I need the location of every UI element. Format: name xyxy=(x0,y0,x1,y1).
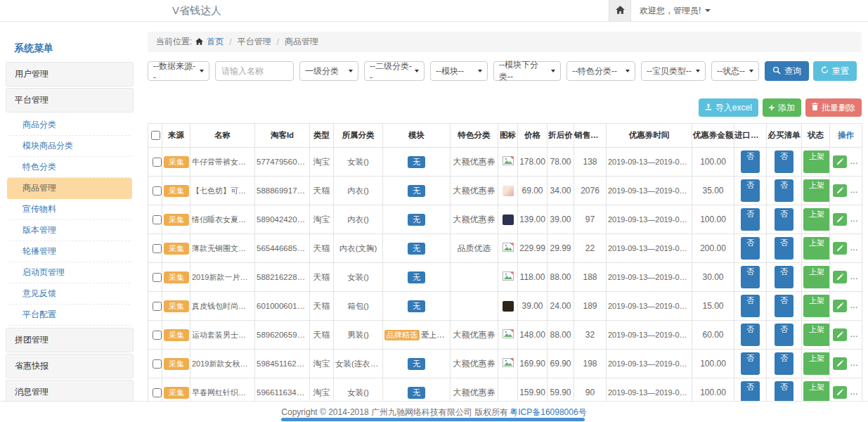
import-excel-button[interactable]: 导入excel xyxy=(699,98,758,117)
table-row: 采集真皮钱包时尚优雅女士...601000601341天猫箱包()无39.002… xyxy=(148,292,862,321)
cell-import_select: 否 xyxy=(734,148,767,177)
home-button[interactable] xyxy=(609,0,631,21)
import-select-toggle[interactable]: 否 xyxy=(741,295,760,317)
row-checkbox[interactable] xyxy=(153,158,162,167)
sidebar-subitem-active[interactable]: 商品管理 xyxy=(7,178,132,199)
cell-coupon_amount: 35.00 xyxy=(692,177,734,205)
sidebar-item[interactable]: 消息管理 xyxy=(6,380,134,401)
row-checkbox[interactable] xyxy=(153,359,162,369)
filter-select[interactable]: --数据来源-- xyxy=(148,61,209,81)
status-badge[interactable]: 上架 xyxy=(803,208,830,231)
sidebar-item[interactable]: 用户管理 xyxy=(6,62,134,87)
sidebar-subitem[interactable]: 启动页管理 xyxy=(7,262,132,283)
filter-select[interactable]: 一级分类 xyxy=(299,61,358,81)
reset-button[interactable]: 重置 xyxy=(813,61,857,81)
name-search-input[interactable] xyxy=(215,61,294,81)
status-badge[interactable]: 上架 xyxy=(803,151,830,173)
edit-button[interactable] xyxy=(833,357,847,370)
import-select-toggle[interactable]: 否 xyxy=(741,324,760,346)
cell-discount_price: 88.00 xyxy=(548,321,574,350)
must-buy-toggle[interactable]: 否 xyxy=(775,179,793,202)
icp-link[interactable]: 粤ICP备16098006号 xyxy=(510,407,586,418)
must-buy-toggle[interactable]: 否 xyxy=(775,295,793,317)
import-select-toggle[interactable]: 否 xyxy=(741,151,760,173)
sidebar-item[interactable]: 平台管理 xyxy=(6,88,134,113)
status-badge[interactable]: 上架 xyxy=(803,295,830,317)
edit-button[interactable] xyxy=(833,242,847,255)
select-all-checkbox[interactable] xyxy=(151,131,160,140)
cell-status: 上架 xyxy=(802,205,830,234)
filter-select-value: --模块-- xyxy=(436,65,464,77)
must-buy-toggle[interactable]: 否 xyxy=(775,237,793,260)
refresh-icon xyxy=(821,66,829,76)
horizontal-scrollbar[interactable] xyxy=(281,418,585,421)
filter-select[interactable]: --二级分类-- xyxy=(364,61,425,81)
cell-category: 内衣(文胸) xyxy=(334,234,383,263)
trash-icon xyxy=(812,103,818,113)
edit-button[interactable] xyxy=(833,271,847,283)
row-checkbox[interactable] xyxy=(153,215,162,224)
row-checkbox[interactable] xyxy=(153,331,162,340)
row-checkbox[interactable] xyxy=(153,273,162,282)
sidebar-subitem[interactable]: 版本管理 xyxy=(7,220,132,241)
cell-checkbox xyxy=(148,263,162,292)
batch-delete-button[interactable]: 批量删除 xyxy=(805,98,862,117)
row-checkbox[interactable] xyxy=(153,388,162,397)
status-badge[interactable]: 上架 xyxy=(803,179,830,202)
filter-select[interactable]: --状态-- xyxy=(711,61,759,81)
must-buy-toggle[interactable]: 否 xyxy=(775,352,793,375)
sidebar-subitem[interactable]: 轮播管理 xyxy=(7,241,132,262)
filter-select[interactable]: --模块-- xyxy=(430,61,488,81)
module-badge: 无 xyxy=(408,185,425,197)
sidebar-item[interactable]: 拼团管理 xyxy=(6,328,134,352)
status-badge[interactable]: 上架 xyxy=(803,237,830,260)
breadcrumb-home-link[interactable]: 首页 xyxy=(207,36,224,48)
chevron-down-icon xyxy=(749,70,753,72)
import-select-toggle[interactable]: 否 xyxy=(741,352,760,375)
must-buy-toggle[interactable]: 否 xyxy=(775,151,793,173)
search-button[interactable]: 查询 xyxy=(765,61,809,81)
edit-button[interactable] xyxy=(833,213,847,226)
must-buy-toggle[interactable]: 否 xyxy=(775,208,793,231)
filter-select[interactable]: --宝贝类型-- xyxy=(641,61,706,81)
column-header: 名称 xyxy=(190,124,255,148)
sidebar-subitem[interactable]: 平台配置 xyxy=(7,305,132,326)
cell-feature xyxy=(451,292,498,321)
sidebar-subitem[interactable]: 商品分类 xyxy=(7,115,132,136)
row-checkbox[interactable] xyxy=(153,244,162,253)
module-badge: 无 xyxy=(408,214,425,226)
import-select-toggle[interactable]: 否 xyxy=(741,208,760,231)
must-buy-toggle[interactable]: 否 xyxy=(775,266,793,288)
sidebar-subitem[interactable]: 模块商品分类 xyxy=(7,136,132,157)
cell-coupon_time: 2019-09-13—2019-09-15 xyxy=(607,321,692,350)
user-menu[interactable]: 欢迎您，管理员! xyxy=(631,0,719,21)
import-select-toggle[interactable]: 否 xyxy=(741,179,760,202)
sidebar-subitem[interactable]: 特色分类 xyxy=(7,157,132,178)
filter-select[interactable]: --模块下分类-- xyxy=(493,61,561,81)
row-checkbox[interactable] xyxy=(153,302,162,311)
filter-select[interactable]: --特色分类-- xyxy=(566,61,635,81)
cell-coupon_amount: 100.00 xyxy=(692,148,734,177)
must-buy-toggle[interactable]: 否 xyxy=(775,324,793,346)
edit-button[interactable] xyxy=(833,386,847,399)
sidebar-subitem[interactable]: 意见反馈 xyxy=(7,283,132,305)
import-select-toggle[interactable]: 否 xyxy=(741,237,760,260)
cell-actions xyxy=(830,234,862,263)
cell-sales: 2076 xyxy=(574,177,607,205)
status-badge[interactable]: 上架 xyxy=(803,266,830,288)
add-button[interactable]: + 添加 xyxy=(763,98,801,117)
cell-must_buy: 否 xyxy=(767,234,802,263)
sidebar-item[interactable]: 省惠快报 xyxy=(6,354,134,378)
broken-image-icon xyxy=(503,156,514,167)
status-badge[interactable]: 上架 xyxy=(803,352,830,375)
status-badge[interactable]: 上架 xyxy=(803,324,830,346)
edit-button[interactable] xyxy=(833,184,847,197)
sidebar-subitem[interactable]: 宣传物料 xyxy=(7,199,132,220)
edit-button[interactable] xyxy=(833,155,847,168)
breadcrumb-separator: / xyxy=(275,37,281,47)
edit-button[interactable] xyxy=(833,328,847,341)
row-checkbox[interactable] xyxy=(153,186,162,196)
cell-taoke_id: 589620659791 xyxy=(255,321,310,350)
import-select-toggle[interactable]: 否 xyxy=(741,266,760,288)
edit-button[interactable] xyxy=(833,300,847,312)
